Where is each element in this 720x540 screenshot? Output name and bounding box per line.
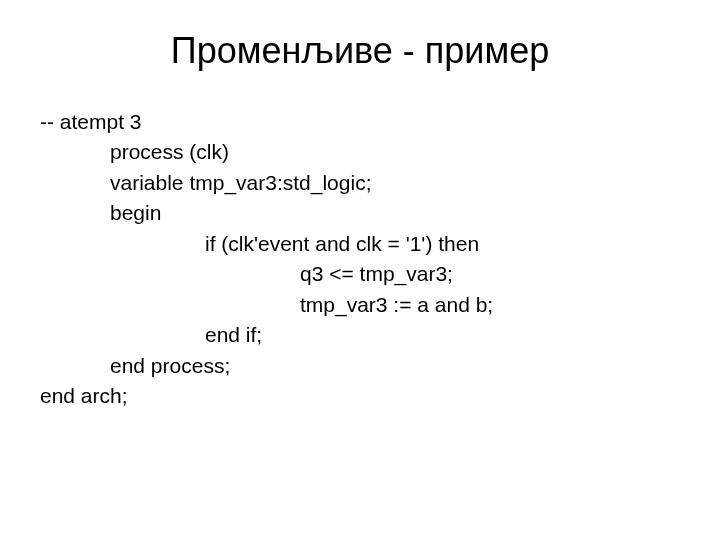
code-line: -- atempt 3 <box>40 107 680 137</box>
code-line: variable tmp_var3:std_logic; <box>40 168 680 198</box>
code-block: -- atempt 3 process (clk) variable tmp_v… <box>40 107 680 411</box>
code-line: q3 <= tmp_var3; <box>40 259 680 289</box>
code-line: process (clk) <box>40 137 680 167</box>
code-line: end process; <box>40 351 680 381</box>
code-line: tmp_var3 := a and b; <box>40 290 680 320</box>
code-line: if (clk'event and clk = '1') then <box>40 229 680 259</box>
code-line: begin <box>40 198 680 228</box>
slide-title: Променљиве - пример <box>40 30 680 72</box>
code-line: end if; <box>40 320 680 350</box>
code-line: end arch; <box>40 381 680 411</box>
